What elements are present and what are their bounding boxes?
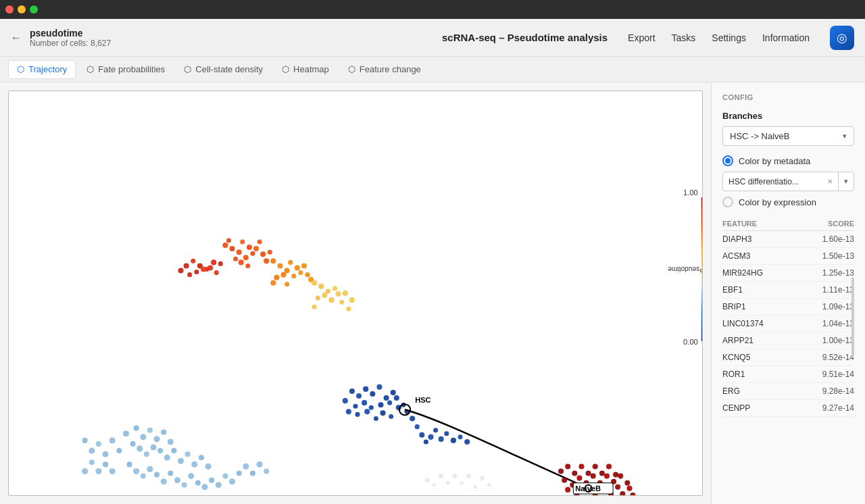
table-row[interactable]: MIR924HG 1.25e-13: [722, 265, 854, 282]
svg-point-9: [218, 261, 223, 266]
feature-name: ERG: [722, 386, 740, 396]
feature-name: ARPP21: [722, 336, 753, 345]
hsc-label: HSC: [415, 396, 430, 404]
svg-point-65: [150, 444, 156, 450]
table-row[interactable]: BRIP1 1.09e-13: [722, 299, 854, 316]
color-by-expression-option[interactable]: Color by expression: [722, 197, 854, 207]
svg-point-198: [473, 485, 477, 489]
scatter-svg: HSC NaiveB: [9, 91, 702, 495]
table-row[interactable]: KCNQ5 9.52e-14: [722, 349, 854, 366]
svg-point-17: [250, 251, 255, 256]
scrollbar[interactable]: [851, 277, 854, 357]
feature-score: 1.04e-13: [822, 319, 854, 328]
svg-point-94: [96, 441, 101, 447]
svg-point-31: [288, 260, 293, 265]
export-nav[interactable]: Export: [621, 30, 662, 46]
feature-name: ACSM3: [722, 251, 750, 261]
table-row[interactable]: ERG 9.28e-14: [722, 383, 854, 400]
svg-point-146: [599, 471, 605, 476]
svg-point-193: [439, 474, 443, 478]
svg-point-36: [298, 270, 303, 275]
table-row[interactable]: ACSM3 1.50e-13: [722, 248, 854, 265]
table-row[interactable]: EBF1 1.11e-13: [722, 282, 854, 299]
svg-point-18: [243, 255, 249, 260]
tab-trajectory[interactable]: ⬡ Trajectory: [8, 60, 76, 79]
svg-point-118: [387, 401, 392, 405]
tab-fate-probabilities[interactable]: ⬡ Fate probabilities: [78, 60, 173, 79]
color-by-metadata-radio[interactable]: [722, 155, 733, 166]
svg-point-43: [318, 284, 324, 289]
svg-point-74: [126, 461, 132, 467]
svg-point-37: [301, 263, 307, 268]
metadata-dropdown-arrow[interactable]: ▾: [839, 173, 854, 190]
branches-dropdown[interactable]: HSC -> NaiveB ▾: [722, 126, 854, 146]
table-row[interactable]: CENPP 9.27e-14: [722, 400, 854, 417]
branches-dropdown-arrow: ▾: [843, 132, 847, 141]
color-by-expression-radio[interactable]: [722, 197, 733, 207]
svg-point-157: [618, 474, 623, 479]
feature-icon: ⬡: [348, 64, 355, 74]
svg-point-21: [257, 239, 262, 244]
svg-point-63: [137, 446, 143, 452]
color-options-section: Color by metadata HSC differentiatio... …: [722, 155, 854, 207]
maximize-button[interactable]: [30, 5, 38, 14]
feature-score: 9.28e-14: [822, 386, 854, 396]
svg-point-28: [270, 258, 276, 263]
color-by-metadata-option[interactable]: Color by metadata: [722, 155, 854, 166]
metadata-clear-button[interactable]: ×: [822, 172, 839, 191]
svg-point-93: [102, 451, 108, 457]
svg-point-78: [154, 472, 159, 478]
svg-point-47: [328, 297, 334, 303]
svg-point-67: [164, 455, 170, 461]
svg-point-57: [140, 434, 146, 440]
svg-point-1: [191, 259, 195, 263]
svg-point-72: [199, 455, 204, 460]
table-row[interactable]: DIAPH3 1.60e-13: [722, 231, 854, 248]
close-button[interactable]: [5, 5, 14, 14]
svg-point-27: [245, 263, 250, 268]
svg-point-136: [444, 431, 449, 436]
table-row[interactable]: LINC01374 1.04e-13: [722, 316, 854, 332]
feature-score: 9.52e-14: [822, 353, 854, 362]
svg-point-139: [464, 439, 470, 445]
svg-point-79: [161, 478, 167, 484]
tab-feature-change[interactable]: ⬡ Feature change: [340, 60, 429, 79]
svg-point-26: [239, 259, 244, 265]
visualization-panel: HSC NaiveB: [0, 82, 711, 504]
svg-point-49: [336, 291, 341, 297]
svg-point-110: [376, 384, 382, 390]
tab-heatmap[interactable]: ⬡ Heatmap: [274, 60, 337, 79]
svg-point-167: [626, 486, 632, 491]
branches-section: Branches HSC -> NaiveB ▾: [722, 111, 854, 146]
table-row[interactable]: ARPP21 1.00e-13: [722, 332, 854, 349]
feature-name: MIR924HG: [722, 268, 763, 278]
svg-point-96: [82, 438, 88, 443]
back-button[interactable]: ←: [11, 32, 22, 44]
heatmap-icon: ⬡: [282, 64, 289, 74]
svg-point-117: [378, 402, 383, 407]
feature-name: EBF1: [722, 285, 743, 295]
svg-point-132: [424, 439, 428, 444]
svg-point-138: [458, 434, 463, 439]
settings-nav[interactable]: Settings: [705, 30, 753, 46]
feature-name: ROR1: [722, 370, 745, 379]
metadata-dropdown[interactable]: HSC differentiatio... × ▾: [722, 172, 854, 191]
svg-point-155: [604, 474, 610, 479]
svg-point-113: [343, 398, 348, 403]
information-nav[interactable]: Information: [756, 30, 816, 46]
tasks-nav[interactable]: Tasks: [665, 30, 703, 46]
svg-point-73: [205, 463, 212, 470]
svg-point-32: [295, 265, 300, 270]
feature-score: 1.60e-13: [822, 234, 854, 244]
svg-point-14: [237, 249, 242, 255]
table-row[interactable]: ROR1 9.51e-14: [722, 366, 854, 383]
svg-point-194: [446, 481, 450, 485]
svg-point-195: [452, 474, 457, 478]
scatter-plot[interactable]: HSC NaiveB: [8, 91, 703, 496]
svg-point-99: [257, 461, 263, 468]
svg-point-165: [615, 484, 620, 490]
tab-cell-state-density[interactable]: ⬡ Cell-state density: [176, 60, 271, 79]
minimize-button[interactable]: [18, 5, 26, 14]
feature-table-header: FEATURE SCORE: [722, 217, 854, 231]
cell-count: Number of cells: 8,627: [30, 39, 111, 48]
